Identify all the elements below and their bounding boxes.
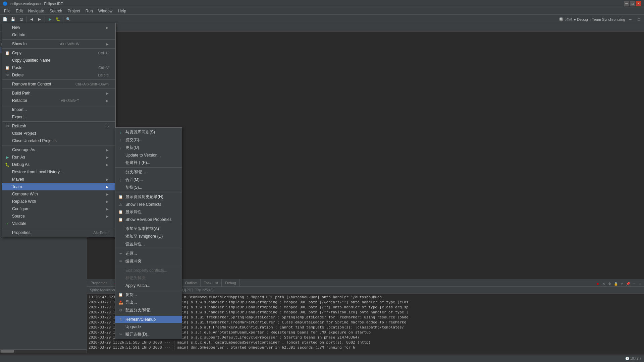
- context-menu-overlay[interactable]: New ▶ Go Into Show In Alt+Shift+W ▶ 📋 Co…: [0, 0, 644, 362]
- ctx-close-unrelated[interactable]: Close Unrelated Projects: [2, 137, 115, 144]
- ctx-delete-label: Delete: [12, 73, 24, 77]
- ctx-branch-tag[interactable]: 分支/标记...: [115, 168, 182, 176]
- ctx-edit-conflict-label: 编辑冲突: [125, 258, 142, 264]
- ctx-sep-8: [2, 228, 115, 228]
- ctx-config-branch[interactable]: ⚙ 配置分支/标记: [115, 306, 182, 314]
- arrow-icon: ▶: [106, 215, 109, 218]
- ctx-coverage-as-label: Coverage As: [12, 147, 35, 152]
- switch-icon: [118, 185, 123, 190]
- ctx-copy-team-label: 复制...: [125, 292, 137, 298]
- export-icon: [5, 114, 10, 120]
- ctx-refresh[interactable]: ↻ Refresh F5: [2, 122, 115, 130]
- team-sep-1: [115, 167, 182, 168]
- ctx-sync-repo[interactable]: ↕ 与资源库同步(S): [115, 128, 182, 136]
- ctx-sep-5: [2, 105, 115, 105]
- ctx-go-into[interactable]: Go Into: [2, 31, 115, 39]
- context-menu: New ▶ Go Into Show In Alt+Shift+W ▶ 📋 Co…: [2, 23, 116, 237]
- ctx-merge[interactable]: ⤵ 合并(M)...: [115, 176, 182, 184]
- arrow-icon: ▶: [106, 207, 109, 211]
- ctx-maven[interactable]: Maven ▶: [2, 176, 115, 183]
- ctx-create-patch[interactable]: 创建补丁(P)...: [115, 159, 182, 167]
- ctx-copy[interactable]: 📋 Copy Ctrl+C: [2, 49, 115, 57]
- ctx-remove-context-shortcut: Ctrl+Alt+Shift+Down: [69, 82, 109, 86]
- commit-icon: ↑: [118, 137, 123, 143]
- ctx-export-team[interactable]: 📤 导出...: [115, 299, 182, 306]
- ctx-copy-team[interactable]: 📋 复制...: [115, 291, 182, 299]
- remove-context-icon: [5, 81, 10, 87]
- ctx-new-label: New: [12, 25, 20, 30]
- ctx-show-history-label: 显示资源历史记录(H): [125, 194, 163, 200]
- ctx-update-label: 更新(U): [125, 145, 139, 150]
- ctx-upgrade[interactable]: Upgrade: [115, 323, 182, 330]
- ctx-close-project[interactable]: Close Project: [2, 130, 115, 137]
- ctx-coverage-as[interactable]: Coverage As ▶: [2, 146, 115, 154]
- ctx-add-version-control[interactable]: 添加至版本控制(A): [115, 225, 182, 233]
- team-sep-7: [115, 315, 182, 315]
- configure-icon: [5, 206, 10, 212]
- ctx-configure[interactable]: Configure ▶: [2, 205, 115, 213]
- ctx-build-path[interactable]: Build Path ▶: [2, 89, 115, 97]
- ctx-set-property[interactable]: 设置属性...: [115, 240, 182, 248]
- ctx-delete[interactable]: ✕ Delete Delete: [2, 71, 115, 79]
- ctx-properties[interactable]: Properties Alt+Enter: [2, 229, 115, 236]
- add-vc-icon: [118, 226, 123, 232]
- apply-patch-icon: [118, 283, 123, 288]
- team-sep-6: [115, 290, 182, 290]
- ctx-commit[interactable]: ↑ 提交(C)...: [115, 136, 182, 144]
- tree-conflicts-icon: ⚠: [118, 202, 123, 207]
- ctx-disconnect[interactable]: ✂ 断开连接(D)...: [115, 330, 182, 338]
- ctx-source[interactable]: Source ▶: [2, 213, 115, 220]
- disconnect-icon: ✂: [118, 332, 123, 337]
- ctx-export[interactable]: Export...: [2, 113, 115, 121]
- ctx-show-in[interactable]: Show In Alt+Shift+W ▶: [2, 40, 115, 48]
- arrow-icon: ▶: [106, 200, 109, 203]
- ctx-import-label: Import...: [12, 107, 27, 112]
- go-into-icon: [5, 32, 10, 38]
- upgrade-icon: [118, 324, 123, 329]
- team-sep-2: [115, 192, 182, 192]
- ctx-replace-with-label: Replace With: [12, 199, 36, 204]
- ctx-show-history[interactable]: 📋 显示资源历史记录(H): [115, 193, 182, 201]
- ctx-show-revision-props-label: Show Revision Properties: [125, 217, 171, 222]
- ctx-upgrade-label: Upgrade: [125, 324, 141, 329]
- ctx-sep-4: [2, 88, 115, 89]
- ctx-add-svnignore[interactable]: 添加至 svnignore (D): [115, 233, 182, 240]
- sync-icon: ↕: [118, 130, 123, 135]
- ctx-edit-conflict[interactable]: ✏ 编辑冲突: [115, 257, 182, 265]
- ctx-revert[interactable]: ↩ 还原...: [115, 250, 182, 257]
- ctx-apply-patch-label: Apply Patch...: [125, 283, 150, 288]
- ctx-restore-local[interactable]: Restore from Local History...: [2, 168, 115, 176]
- ctx-show-tree-conflicts[interactable]: ⚠ Show Tree Conflicts: [115, 201, 182, 208]
- ctx-apply-patch[interactable]: Apply Patch...: [115, 282, 182, 289]
- ctx-switch[interactable]: 切换(S)...: [115, 184, 182, 191]
- ctx-refresh-cleanup[interactable]: ↻ Refresh/Cleanup: [115, 316, 182, 323]
- ctx-sep-1: [2, 39, 115, 40]
- ctx-import[interactable]: Import...: [2, 106, 115, 113]
- ctx-go-into-label: Go Into: [12, 33, 25, 37]
- ctx-copy-qualified[interactable]: Copy Qualified Name: [2, 57, 115, 64]
- source-icon: [5, 214, 10, 219]
- build-path-icon: [5, 90, 10, 96]
- ctx-show-revision-props[interactable]: 📋 Show Revision Properties: [115, 216, 182, 223]
- ctx-replace-with[interactable]: Replace With ▶: [2, 198, 115, 205]
- ctx-branch-tag-label: 分支/标记...: [125, 169, 146, 175]
- ctx-show-properties[interactable]: 📋 显示属性: [115, 208, 182, 216]
- ctx-debug-as[interactable]: 🐛 Debug As ▶: [2, 161, 115, 168]
- show-in-icon: [5, 41, 10, 47]
- paste-icon: 📋: [5, 65, 10, 70]
- ctx-run-as[interactable]: ▶ Run As ▶: [2, 154, 115, 161]
- ctx-mark-resolved-label: 标记为解决: [125, 275, 146, 281]
- ctx-update-to-version[interactable]: Update to Version...: [115, 152, 182, 159]
- ctx-compare-with[interactable]: Compare With ▶: [2, 190, 115, 198]
- ctx-paste[interactable]: 📋 Paste Ctrl+V: [2, 64, 115, 71]
- set-property-icon: [118, 242, 123, 247]
- ctx-update[interactable]: ↓ 更新(U): [115, 144, 182, 152]
- ctx-new[interactable]: New ▶: [2, 24, 115, 31]
- ctx-remove-context[interactable]: Remove from Context Ctrl+Alt+Shift+Down: [2, 80, 115, 88]
- ctx-config-branch-label: 配置分支/标记: [125, 307, 151, 313]
- ctx-team[interactable]: Team ▶: [2, 183, 115, 190]
- revision-props-icon: 📋: [118, 217, 123, 222]
- ctx-refactor[interactable]: Refactor Alt+Shift+T ▶: [2, 97, 115, 104]
- branch-icon: [118, 170, 123, 175]
- ctx-validate[interactable]: ✓ Validate: [2, 220, 115, 227]
